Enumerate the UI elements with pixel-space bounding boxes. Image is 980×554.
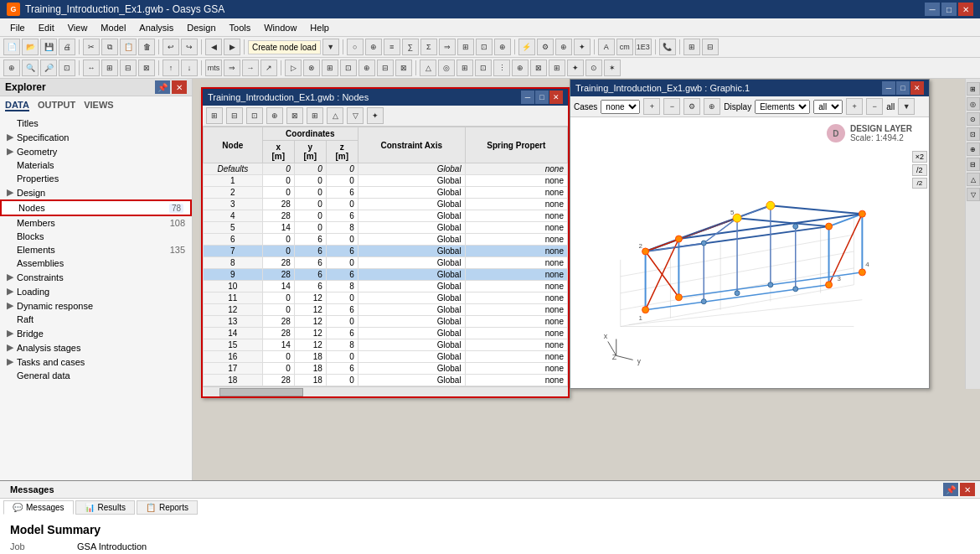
gfx-minus2[interactable]: − [866,98,883,115]
tb2-btn-10[interactable]: ↓ [181,60,198,76]
tb-btn-11[interactable]: ⚙ [537,39,554,55]
cut-button[interactable]: ✂ [83,39,100,55]
tb2-btn-15[interactable]: ▷ [285,60,302,76]
tb2-btn-26[interactable]: ⋮ [493,60,510,76]
tree-item-loading[interactable]: ▶ Loading [0,284,192,298]
tree-item-raft[interactable]: Raft [0,313,192,326]
nodes-tb-3[interactable]: ⊡ [246,107,263,124]
tb2-btn-31[interactable]: ⊙ [585,60,602,76]
tree-item-specification[interactable]: ▶ Specification [0,130,192,144]
tb2-btn-7[interactable]: ⊟ [120,60,137,76]
menu-help[interactable]: Help [303,21,336,34]
print-button[interactable]: 🖨 [59,39,75,55]
tab-output[interactable]: OUTPUT [38,100,75,111]
tb2-btn-18[interactable]: ⊡ [340,60,357,76]
gfx-plus2[interactable]: + [846,98,863,115]
menu-edit[interactable]: Edit [32,21,61,34]
tab-views[interactable]: VIEWS [84,100,113,111]
toolbar-arrow-left[interactable]: ◀ [205,39,222,55]
tree-item-design[interactable]: ▶ Design [0,185,192,199]
tb2-btn-5[interactable]: ↔ [83,60,100,76]
tb2-btn-29[interactable]: ⊞ [549,60,565,76]
maximize-button[interactable]: □ [941,3,957,16]
tb-btn-2[interactable]: ⊕ [365,39,382,55]
gfx-close[interactable]: ✕ [910,81,924,95]
open-button[interactable]: 📂 [22,39,39,55]
tb2-btn-22[interactable]: △ [420,60,436,76]
undo-button[interactable]: ↩ [162,39,179,55]
right-icon-6[interactable]: ⊟ [967,158,980,171]
tree-item-members[interactable]: Members 108 [0,216,192,230]
tb-btn-12[interactable]: ⊕ [555,39,572,55]
nodes-tb-7[interactable]: △ [327,107,343,124]
tb2-btn-3[interactable]: 🔎 [40,60,57,76]
nodes-minimize[interactable]: ─ [521,91,534,104]
tb-btn-4[interactable]: ∑ [402,39,419,55]
tb2-btn-1[interactable]: ⊕ [3,60,20,76]
new-button[interactable]: 📄 [3,39,20,55]
nodes-scrollbar-thumb[interactable] [219,388,303,396]
all-select[interactable]: all [813,100,843,114]
tree-item-nodes[interactable]: Nodes 78 [0,199,192,216]
nodes-tb-9[interactable]: ✦ [367,107,384,124]
tree-item-geometry[interactable]: ▶ Geometry [0,144,192,158]
tb2-btn-11[interactable]: mts [205,60,222,76]
minimize-button[interactable]: ─ [925,3,940,16]
tb-btn-3[interactable]: ≡ [384,39,400,55]
right-icon-2[interactable]: ◎ [967,97,980,111]
tree-item-general-data[interactable]: General data [0,369,192,382]
tb-btn-1[interactable]: ○ [347,39,364,55]
menu-model[interactable]: Model [94,21,132,34]
tb2-btn-23[interactable]: ◎ [438,60,455,76]
tb2-btn-28[interactable]: ⊠ [530,60,547,76]
tb2-btn-14[interactable]: ↗ [260,60,277,76]
tree-item-bridge[interactable]: ▶ Bridge [0,326,192,340]
tree-item-titles[interactable]: Titles [0,116,192,130]
tb-btn-7[interactable]: ⊞ [457,39,474,55]
zoom-num[interactable]: /2 [912,178,927,189]
tree-item-blocks[interactable]: Blocks [0,230,192,243]
nodes-tb-4[interactable]: ⊕ [266,107,283,124]
tb-btn-9[interactable]: ⊕ [494,39,511,55]
tb-btn-10[interactable]: ⚡ [518,39,535,55]
tab-results[interactable]: 📊 Results [75,500,135,515]
tb-btn-14[interactable]: A [598,39,615,55]
messages-close[interactable]: ✕ [960,483,975,496]
tree-item-constraints[interactable]: ▶ Constraints [0,270,192,284]
gfx-maximize[interactable]: □ [896,81,910,95]
zoom-x2[interactable]: ×2 [912,151,927,163]
tb-btn-13[interactable]: ✦ [574,39,591,55]
tb-btn-15[interactable]: cm [616,39,633,55]
tb2-btn-17[interactable]: ⊞ [322,60,338,76]
explorer-close[interactable]: ✕ [172,80,187,94]
tb2-btn-21[interactable]: ⊠ [395,60,412,76]
tb-btn-5[interactable]: Σ [420,39,437,55]
redo-button[interactable]: ↪ [181,39,198,55]
tree-item-tasks-cases[interactable]: ▶ Tasks and cases [0,355,192,369]
copy-button[interactable]: ⧉ [101,39,118,55]
tree-item-dynamic-response[interactable]: ▶ Dynamic response [0,298,192,313]
tb-btn-8[interactable]: ⊡ [476,39,493,55]
gfx-minus[interactable]: − [663,98,680,115]
tb2-btn-8[interactable]: ⊠ [138,60,155,76]
gfx-plus[interactable]: + [643,98,660,115]
nodes-table-container[interactable]: Node Coordinates Constraint Axis Spring … [203,127,568,386]
tb2-btn-27[interactable]: ⊕ [512,60,529,76]
tb2-btn-12[interactable]: ⇒ [224,60,240,76]
menu-window[interactable]: Window [257,21,303,34]
tb2-btn-30[interactable]: ✦ [567,60,584,76]
menu-design[interactable]: Design [180,21,222,34]
tree-item-properties[interactable]: Properties [0,172,192,185]
paste-button[interactable]: 📋 [120,39,137,55]
menu-file[interactable]: File [3,21,32,34]
tb2-btn-6[interactable]: ⊞ [101,60,118,76]
gfx-wr[interactable]: ⊕ [704,98,720,115]
tab-data[interactable]: DATA [5,100,29,111]
tb-btn-17[interactable]: 📞 [659,39,676,55]
nodes-tb-8[interactable]: ▽ [347,107,364,124]
messages-pin[interactable]: 📌 [943,483,958,496]
nodes-tb-1[interactable]: ⊞ [206,107,223,124]
tb2-btn-20[interactable]: ⊟ [377,60,394,76]
gfx-minimize[interactable]: ─ [882,81,895,95]
cases-select[interactable]: none [601,100,640,114]
